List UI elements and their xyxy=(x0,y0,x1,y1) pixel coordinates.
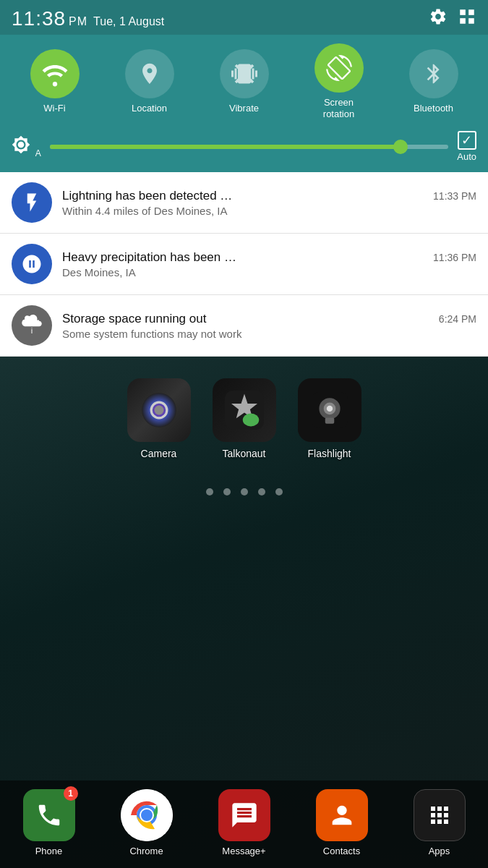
dot-4[interactable] xyxy=(275,488,283,495)
dot-0[interactable] xyxy=(206,488,213,495)
contacts-icon-box xyxy=(316,789,368,841)
brightness-row: A ✓ Auto xyxy=(0,125,488,172)
clear-button[interactable]: CLEAR xyxy=(437,176,481,192)
camera-label: Camera xyxy=(141,448,177,459)
notif-precipitation-time: 11:36 PM xyxy=(433,252,476,263)
svg-point-4 xyxy=(52,82,56,86)
contacts-label: Contacts xyxy=(323,846,360,856)
brightness-fill xyxy=(50,145,401,149)
status-left: 11:38PM Tue, 1 August xyxy=(12,7,164,30)
bluetooth-circle xyxy=(409,49,458,98)
notif-precipitation-subtitle: Des Moines, IA xyxy=(62,266,476,278)
notif-lightning-subtitle: Within 4.4 miles of Des Moines, IA xyxy=(62,205,476,217)
quick-settings-panel: 11:38PM Tue, 1 August xyxy=(0,0,488,172)
flashlight-icon-box xyxy=(298,378,361,442)
rotation-label: Screenrotation xyxy=(323,97,354,119)
dock: 1 Phone Chrome xyxy=(0,780,488,868)
bluetooth-label: Bluetooth xyxy=(414,103,453,114)
tile-location[interactable]: Location xyxy=(125,49,174,114)
notif-precipitation-top: Heavy precipitation has been … 11:36 PM xyxy=(62,250,476,265)
phone-icon-box: 1 xyxy=(23,789,75,841)
quick-tiles: Wi-Fi Location Vibrate xyxy=(0,35,488,125)
chrome-icon-box xyxy=(121,789,173,841)
notif-lightning-top: Lightning has been detected … 11:33 PM xyxy=(62,189,476,203)
dot-1[interactable] xyxy=(223,488,231,495)
brightness-thumb xyxy=(393,140,408,154)
svg-rect-1 xyxy=(468,9,474,15)
app-row: Camera Talkonaut xyxy=(127,378,361,459)
app-flashlight[interactable]: Flashlight xyxy=(298,378,361,459)
vibrate-label: Vibrate xyxy=(229,103,259,114)
brightness-icon: A xyxy=(12,135,41,158)
page-dots xyxy=(206,488,283,495)
dot-3[interactable] xyxy=(258,488,265,495)
talkonaut-icon-box xyxy=(213,378,276,442)
auto-brightness[interactable]: ✓ Auto xyxy=(457,131,476,162)
dock-chrome[interactable]: Chrome xyxy=(121,789,173,856)
chrome-label: Chrome xyxy=(129,846,163,856)
notif-storage-top: Storage space running out 6:24 PM xyxy=(62,312,476,326)
svg-text:i: i xyxy=(31,326,33,335)
tile-bluetooth[interactable]: Bluetooth xyxy=(409,49,458,114)
notif-storage-time: 6:24 PM xyxy=(439,313,476,325)
dock-apps[interactable]: Apps xyxy=(414,789,466,856)
svg-rect-2 xyxy=(460,18,466,24)
time-value: 11:38 xyxy=(12,7,66,30)
tile-rotation[interactable]: Screenrotation xyxy=(314,43,364,119)
message-label: Message+ xyxy=(222,846,265,856)
notif-storage-content: Storage space running out 6:24 PM Some s… xyxy=(62,312,476,340)
notif-precipitation-content: Heavy precipitation has been … 11:36 PM … xyxy=(62,250,476,278)
rotation-circle xyxy=(314,43,364,93)
settings-icon[interactable] xyxy=(429,7,448,30)
message-icon-box xyxy=(218,789,270,841)
svg-point-16 xyxy=(326,406,332,412)
app-talkonaut[interactable]: Talkonaut xyxy=(213,378,276,459)
svg-rect-3 xyxy=(468,18,474,24)
status-time: 11:38PM xyxy=(12,7,87,30)
notif-lightning-title: Lightning has been detected … xyxy=(62,189,308,203)
app-camera[interactable]: Camera xyxy=(127,378,191,459)
wifi-label: Wi-Fi xyxy=(43,103,65,114)
flashlight-label: Flashlight xyxy=(308,448,351,459)
homescreen: Camera Talkonaut xyxy=(0,357,488,828)
status-bar: 11:38PM Tue, 1 August xyxy=(0,0,488,35)
notif-storage-title: Storage space running out xyxy=(62,312,308,326)
ampm-value: PM xyxy=(69,15,87,27)
dock-phone[interactable]: 1 Phone xyxy=(23,789,75,856)
notification-area: CLEAR Lightning has been detected … 11:3… xyxy=(0,172,488,357)
phone-label: Phone xyxy=(35,846,63,856)
location-label: Location xyxy=(132,103,167,114)
storage-icon-circle: i xyxy=(12,305,52,346)
notification-storage[interactable]: i Storage space running out 6:24 PM Some… xyxy=(0,295,488,357)
dot-2[interactable] xyxy=(241,488,248,495)
brightness-slider[interactable] xyxy=(50,145,449,149)
location-circle xyxy=(125,49,174,98)
dock-contacts[interactable]: Contacts xyxy=(316,789,368,856)
water-icon-circle xyxy=(12,244,52,284)
notif-lightning-content: Lightning has been detected … 11:33 PM W… xyxy=(62,189,476,217)
notification-precipitation[interactable]: Heavy precipitation has been … 11:36 PM … xyxy=(0,234,488,295)
svg-point-21 xyxy=(141,809,153,821)
svg-point-10 xyxy=(154,406,163,415)
talkonaut-label: Talkonaut xyxy=(223,448,266,459)
notif-storage-subtitle: Some system functions may not work xyxy=(62,328,476,340)
tile-wifi[interactable]: Wi-Fi xyxy=(30,49,80,114)
notification-lightning[interactable]: Lightning has been detected … 11:33 PM W… xyxy=(0,172,488,234)
apps-label: Apps xyxy=(429,846,450,856)
auto-checkbox-icon: ✓ xyxy=(458,131,476,150)
svg-rect-0 xyxy=(460,9,466,15)
svg-rect-17 xyxy=(325,418,334,424)
tile-vibrate[interactable]: Vibrate xyxy=(220,49,269,114)
notif-precipitation-title: Heavy precipitation has been … xyxy=(62,250,308,265)
status-date: Tue, 1 August xyxy=(93,15,164,28)
vibrate-circle xyxy=(220,49,269,98)
apps-icon-box xyxy=(414,789,466,841)
camera-icon-box xyxy=(127,378,191,442)
lightning-icon-circle xyxy=(12,182,52,223)
auto-label: Auto xyxy=(457,151,476,162)
grid-icon[interactable] xyxy=(458,7,476,30)
status-icons xyxy=(429,7,476,30)
notification-list: Lightning has been detected … 11:33 PM W… xyxy=(0,172,488,357)
dock-message[interactable]: Message+ xyxy=(218,789,270,856)
wifi-circle xyxy=(30,49,80,98)
